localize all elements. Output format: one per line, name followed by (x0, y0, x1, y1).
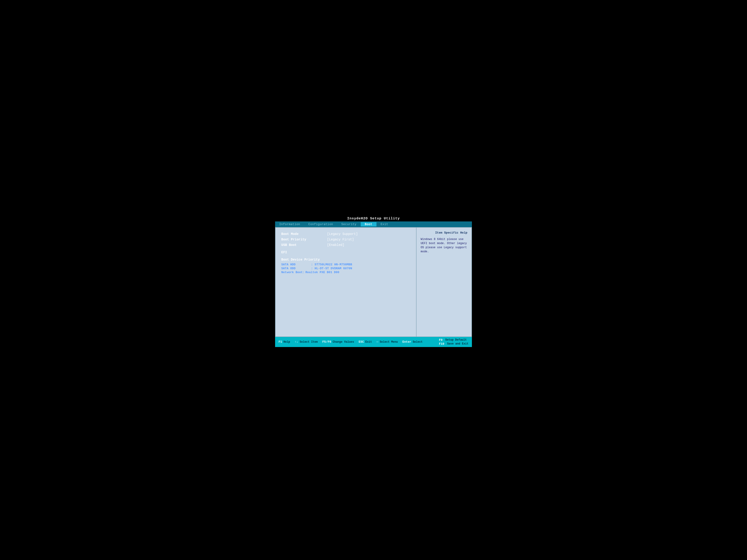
sata-hdd-value: : ST750LM022 HN-M750MBB (311, 263, 352, 266)
boot-priority-value: [Legacy First] (327, 238, 354, 241)
right-panel: Item Specific Help Windows 8 64bit pleas… (416, 228, 471, 337)
help-text: Windows 8 64bit please use UEFI boot mod… (421, 237, 467, 254)
esc-key: ESC (359, 340, 364, 344)
footer-esc: ESC Exit (359, 340, 372, 344)
footer-f5f6: F5/F6 Change Values (322, 340, 354, 344)
sata-odd-label: SATA ODD (281, 267, 311, 270)
sata-hdd-row[interactable]: SATA HDD : ST750LM022 HN-M750MBB (281, 263, 410, 266)
menu-boot[interactable]: Boot (361, 222, 377, 226)
boot-priority-row[interactable]: Boot Priority [Legacy First] (281, 238, 410, 241)
f10-desc: Save and Exit (447, 342, 468, 345)
menu-configuration[interactable]: Configuration (304, 222, 337, 226)
menu-bar[interactable]: Information Configuration Security Boot … (275, 221, 472, 227)
f5f6-desc: Change Values (333, 340, 354, 344)
boot-device-priority-title: Boot Device Priority (281, 258, 410, 262)
enter-key: Enter (402, 340, 411, 344)
usb-boot-row[interactable]: USB Boot [Enabled] (281, 243, 410, 247)
boot-mode-value: [Legacy Support] (327, 232, 358, 236)
network-boot-label: Network Boot: (281, 271, 304, 274)
left-panel: Boot Mode [Legacy Support] Boot Priority… (276, 228, 416, 337)
bios-container: InsydeH2O Setup Utility Information Conf… (275, 215, 472, 347)
usb-boot-label: USB Boot (281, 243, 327, 247)
esc-desc: Exit (365, 340, 372, 344)
sata-odd-value: : HL-DT-ST DVDRAM GU70N (311, 267, 352, 270)
footer-leftright: ↔ Select Menu (377, 340, 398, 344)
menu-security[interactable]: Security (337, 222, 360, 226)
network-boot-row[interactable]: Network Boot: Realtek PXE B01 D00 (281, 271, 410, 274)
bios-title: InsydeH2O Setup Utility (347, 217, 400, 220)
menu-exit[interactable]: Exit (377, 222, 392, 226)
footer-right: F9 Setup Default F10 Save and Exit (439, 338, 468, 346)
main-area: Boot Mode [Legacy Support] Boot Priority… (275, 227, 472, 337)
boot-mode-row[interactable]: Boot Mode [Legacy Support] (281, 232, 410, 236)
enter-desc: Select (413, 340, 422, 344)
boot-priority-label: Boot Priority (281, 238, 327, 241)
usb-boot-value: [Enabled] (327, 243, 344, 247)
f5f6-key: F5/F6 (322, 340, 331, 344)
footer-updown: ↑↓ Select Item (294, 340, 318, 344)
updown-key: ↑↓ (294, 340, 298, 344)
footer-bar: F1 Help ↑↓ Select Item F5/F6 Change Valu… (275, 337, 472, 347)
f1-desc: Help (284, 340, 290, 344)
f1-key: F1 (279, 340, 282, 344)
efi-label: EFI (281, 250, 410, 254)
network-boot-value: Realtek PXE B01 D00 (305, 271, 339, 274)
sata-hdd-label: SATA HDD (281, 263, 311, 266)
leftright-desc: Select Menu (380, 340, 398, 344)
f9-key: F9 (439, 338, 443, 342)
f9-desc: Setup Default (445, 338, 467, 342)
footer-enter: Enter Select (402, 340, 422, 344)
title-bar: InsydeH2O Setup Utility (275, 215, 472, 221)
f10-key: F10 (439, 342, 444, 346)
menu-information[interactable]: Information (275, 222, 304, 226)
footer-f9: F9 Setup Default (439, 338, 467, 342)
leftright-key: ↔ (377, 340, 378, 344)
updown-desc: Select Item (300, 340, 318, 344)
screen-wrapper: InsydeH2O Setup Utility Information Conf… (271, 209, 476, 352)
help-title: Item Specific Help (421, 231, 467, 235)
footer-f1: F1 Help (279, 340, 290, 344)
sata-odd-row[interactable]: SATA ODD : HL-DT-ST DVDRAM GU70N (281, 267, 410, 270)
footer-f10: F10 Save and Exit (439, 342, 468, 346)
boot-mode-label: Boot Mode (281, 232, 327, 236)
